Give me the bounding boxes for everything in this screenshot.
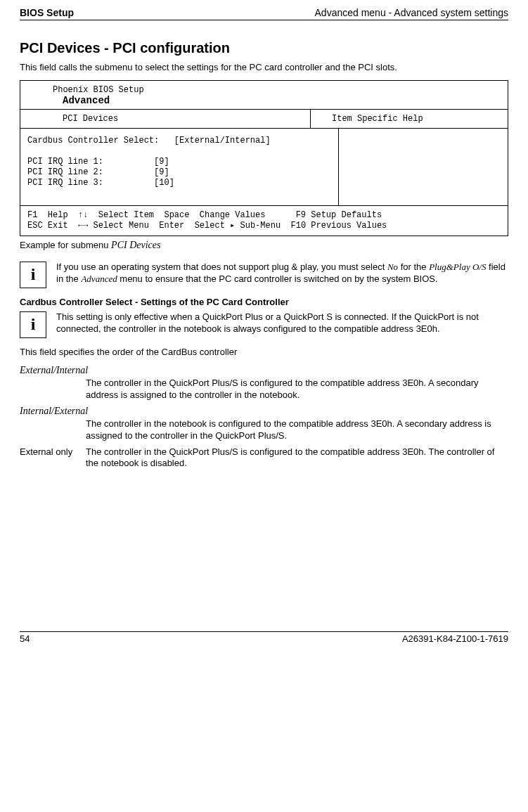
bios-keys-footer: F1 Help ↑↓ Select Item Space Change Valu…	[20, 205, 508, 236]
def-term: External only	[20, 446, 86, 470]
doc-code: A26391-K84-Z100-1-7619	[402, 633, 508, 644]
page-header: BIOS Setup Advanced menu - Advanced syst…	[20, 7, 508, 20]
def-term: Internal/External	[20, 406, 86, 417]
definition-external-internal: External/Internal The controller in the …	[20, 365, 508, 401]
info-block-1: i If you use an operating system that do…	[20, 262, 508, 288]
info-text-2: This setting is only effective when a Qu…	[56, 311, 508, 338]
bios-caption: Example for submenu PCI Devices	[20, 239, 508, 252]
caption-italic: PCI Devices	[111, 240, 160, 250]
info-block-2: i This setting is only effective when a …	[20, 311, 508, 338]
header-left: BIOS Setup	[20, 7, 74, 18]
bios-settings-list: Cardbus Controller Select: [External/Int…	[20, 129, 338, 205]
bios-body-row: Cardbus Controller Select: [External/Int…	[20, 129, 508, 205]
definition-internal-external: Internal/External The controller in the …	[20, 406, 508, 442]
caption-lead: Example for submenu	[20, 240, 111, 250]
bios-screenshot: Phoenix BIOS Setup Advanced PCI Devices …	[20, 80, 508, 236]
definition-external-only: External only The controller in the Quic…	[20, 446, 508, 470]
bios-column-headers: PCI Devices Item Specific Help	[20, 110, 508, 129]
bios-setup-line: Phoenix BIOS Setup	[53, 85, 501, 95]
subheading-cardbus: Cardbus Controller Select - Settings of …	[20, 297, 508, 307]
info-icon: i	[20, 311, 46, 338]
field-description: This field specifies the order of the Ca…	[20, 347, 508, 358]
page-title: PCI Devices - PCI configuration	[20, 40, 508, 56]
def-body: The controller in the notebook is config…	[86, 418, 508, 442]
info-text-1: If you use an operating system that does…	[56, 262, 508, 288]
bios-help-panel	[338, 129, 508, 205]
def-body: The controller in the QuickPort Plus/S i…	[86, 446, 508, 470]
header-right: Advanced menu - Advanced system settings	[315, 7, 508, 18]
bios-title-row: Phoenix BIOS Setup Advanced	[20, 81, 508, 110]
page-number: 54	[20, 633, 30, 644]
bios-left-head: PCI Devices	[20, 110, 310, 128]
def-body: The controller in the QuickPort Plus/S i…	[86, 378, 508, 401]
intro-text: This field calls the submenu to select t…	[20, 62, 508, 73]
bios-menu-name: Advanced	[53, 95, 501, 106]
bios-right-head: Item Specific Help	[310, 110, 508, 128]
page-footer: 54 A26391-K84-Z100-1-7619	[20, 631, 508, 651]
def-term: External/Internal	[20, 365, 86, 376]
info-icon: i	[20, 262, 46, 288]
